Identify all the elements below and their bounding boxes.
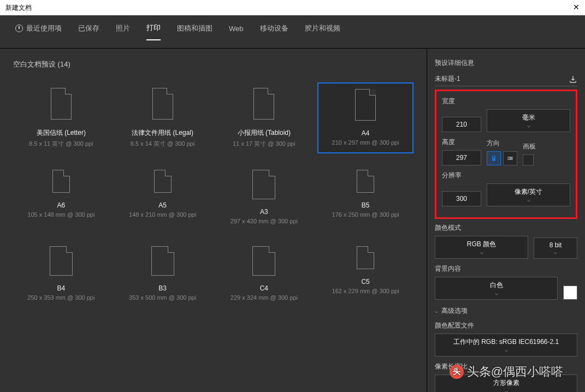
- preset-item[interactable]: C4 229 x 324 mm @ 300 ppi: [216, 241, 312, 306]
- unit-select[interactable]: 毫米⌵: [487, 109, 570, 132]
- document-icon: [252, 246, 275, 276]
- preset-name: A6: [57, 201, 66, 209]
- tab-print[interactable]: 打印: [146, 23, 161, 40]
- color-mode-label: 颜色模式: [435, 223, 577, 233]
- preset-name: A4: [362, 129, 370, 137]
- preset-item[interactable]: A6 105 x 148 mm @ 300 ppi: [13, 164, 109, 230]
- preset-name: 美国信纸 (Letter): [37, 128, 86, 138]
- preset-name: C4: [260, 284, 268, 292]
- preset-item[interactable]: 美国信纸 (Letter) 8.5 x 11 英寸 @ 300 ppi: [13, 82, 109, 153]
- preset-dimensions: 105 x 148 mm @ 300 ppi: [27, 211, 94, 218]
- svg-point-1: [493, 157, 494, 158]
- preset-item[interactable]: A5 148 x 210 mm @ 300 ppi: [115, 164, 211, 230]
- section-title: 空白文档预设 (14): [13, 60, 413, 69]
- background-label: 背景内容: [435, 264, 577, 274]
- width-label: 宽度: [442, 97, 570, 106]
- preset-item[interactable]: B5 176 x 250 mm @ 300 ppi: [317, 164, 413, 230]
- chevron-down-icon: ⌵: [527, 197, 530, 203]
- close-icon[interactable]: ✕: [573, 3, 580, 11]
- preset-item[interactable]: C5 162 x 229 mm @ 300 ppi: [317, 241, 413, 306]
- title-bar: 新建文档 ✕: [0, 0, 585, 15]
- preset-dimensions: 8.5 x 11 英寸 @ 300 ppi: [29, 140, 93, 148]
- document-icon: [357, 170, 374, 193]
- preset-dimensions: 210 x 297 mm @ 300 ppi: [332, 139, 399, 146]
- preset-item[interactable]: 法律文件用纸 (Legal) 8.5 x 14 英寸 @ 300 ppi: [115, 82, 211, 153]
- chevron-down-icon: ⌵: [480, 249, 483, 255]
- category-tabs: 最近使用项 已保存 照片 打印 图稿和插图 Web 移动设备 胶片和视频: [0, 15, 585, 49]
- aspect-label: 像素长宽比: [435, 362, 577, 371]
- preset-name: 小报用纸 (Tabloid): [238, 128, 291, 138]
- preset-name: B5: [362, 201, 370, 209]
- background-color-swatch[interactable]: [563, 286, 577, 300]
- window-title: 新建文档: [5, 3, 32, 13]
- tab-saved[interactable]: 已保存: [78, 23, 99, 40]
- advanced-toggle[interactable]: ⌵高级选项: [435, 306, 577, 316]
- preset-name: A3: [260, 208, 268, 216]
- preset-name: B4: [57, 284, 66, 292]
- details-panel: 预设详细信息 未标题-1 宽度 毫米⌵ 高度 方向: [427, 49, 585, 392]
- tab-film[interactable]: 胶片和视频: [305, 23, 340, 40]
- height-label: 高度: [442, 138, 481, 147]
- preset-dimensions: 162 x 229 mm @ 300 ppi: [332, 288, 399, 294]
- preset-name: B3: [158, 284, 167, 292]
- document-icon: [355, 89, 376, 121]
- preset-item[interactable]: B4 250 x 353 mm @ 300 ppi: [13, 241, 109, 306]
- tab-art[interactable]: 图稿和插图: [177, 23, 212, 40]
- clock-icon: [15, 25, 23, 32]
- preset-dimensions: 353 x 500 mm @ 300 ppi: [129, 294, 196, 301]
- preset-dimensions: 297 x 420 mm @ 300 ppi: [231, 218, 298, 224]
- preset-dimensions: 250 x 353 mm @ 300 ppi: [27, 294, 94, 301]
- chevron-down-icon: ⌵: [554, 249, 557, 255]
- document-icon: [253, 88, 274, 120]
- chevron-down-icon: ⌵: [527, 122, 530, 128]
- svg-point-3: [509, 158, 510, 159]
- preset-dimensions: 176 x 250 mm @ 300 ppi: [332, 211, 399, 218]
- tab-recent[interactable]: 最近使用项: [15, 23, 62, 40]
- resolution-unit-select[interactable]: 像素/英寸⌵: [487, 183, 570, 206]
- document-icon: [50, 246, 73, 276]
- artboard-checkbox[interactable]: [523, 155, 534, 165]
- preset-name: 法律文件用纸 (Legal): [132, 128, 193, 138]
- tab-web[interactable]: Web: [229, 23, 244, 40]
- color-profile-select[interactable]: 工作中的 RGB: sRGB IEC61966-2.1⌵: [435, 334, 577, 357]
- tab-mobile[interactable]: 移动设备: [260, 23, 288, 40]
- details-header: 预设详细信息: [435, 58, 577, 68]
- preset-item[interactable]: A4 210 x 297 mm @ 300 ppi: [317, 82, 413, 153]
- chevron-down-icon: ⌵: [435, 308, 438, 314]
- chevron-down-icon: ⌵: [495, 290, 498, 296]
- document-icon: [252, 170, 275, 199]
- resolution-input[interactable]: [442, 191, 481, 206]
- document-icon: [151, 246, 174, 276]
- tab-photo[interactable]: 照片: [116, 23, 130, 40]
- document-icon: [357, 246, 374, 269]
- orientation-portrait-button[interactable]: [487, 151, 501, 165]
- preset-dimensions: 11 x 17 英寸 @ 300 ppi: [233, 140, 296, 148]
- document-icon: [154, 170, 172, 193]
- preset-name: A5: [158, 201, 167, 209]
- profile-label: 颜色配置文件: [435, 321, 577, 330]
- preset-list[interactable]: 空白文档预设 (14) 美国信纸 (Letter) 8.5 x 11 英寸 @ …: [0, 49, 427, 392]
- orientation-label: 方向: [487, 139, 517, 148]
- artboard-label: 画板: [523, 142, 536, 151]
- preset-item[interactable]: B3 353 x 500 mm @ 300 ppi: [115, 241, 211, 306]
- width-input[interactable]: [442, 117, 481, 132]
- preset-item[interactable]: 小报用纸 (Tabloid) 11 x 17 英寸 @ 300 ppi: [216, 82, 312, 153]
- preset-item[interactable]: A3 297 x 420 mm @ 300 ppi: [216, 164, 312, 230]
- bit-depth-select[interactable]: 8 bit⌵: [534, 237, 577, 259]
- color-mode-select[interactable]: RGB 颜色⌵: [435, 236, 528, 259]
- document-icon: [52, 170, 70, 193]
- pixel-aspect-select[interactable]: 方形像素⌵: [435, 375, 577, 392]
- preset-name: C5: [361, 278, 369, 286]
- resolution-label: 分辨率: [442, 171, 570, 180]
- save-preset-icon[interactable]: [569, 75, 577, 84]
- orientation-landscape-button[interactable]: [503, 151, 517, 165]
- chevron-down-icon: ⌵: [505, 388, 508, 392]
- document-icon: [51, 88, 72, 120]
- height-input[interactable]: [442, 150, 481, 165]
- document-name-input[interactable]: 未标题-1: [435, 74, 460, 84]
- document-icon: [152, 88, 173, 120]
- preset-dimensions: 229 x 324 mm @ 300 ppi: [231, 294, 298, 301]
- preset-dimensions: 148 x 210 mm @ 300 ppi: [129, 211, 196, 218]
- background-select[interactable]: 白色⌵: [435, 277, 558, 300]
- preset-dimensions: 8.5 x 14 英寸 @ 300 ppi: [131, 140, 195, 148]
